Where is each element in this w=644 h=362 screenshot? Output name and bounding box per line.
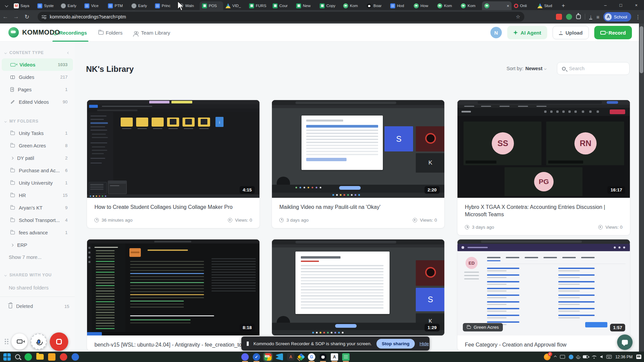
microphone-toggle-button[interactable]: [31, 333, 47, 350]
upload-button[interactable]: ↑ Upload: [553, 26, 589, 39]
back-button[interactable]: ←: [0, 13, 11, 20]
browser-tab[interactable]: ×: [482, 1, 512, 10]
close-button[interactable]: ×: [629, 0, 644, 10]
sort-dropdown[interactable]: Sort by: Newest: [507, 66, 546, 71]
taskbar-icon[interactable]: A: [331, 353, 338, 361]
page-scrollbar[interactable]: [639, 24, 644, 352]
sidebar-item-guides[interactable]: Guides 217: [2, 71, 73, 83]
sidebar-folder-item[interactable]: ERP: [2, 239, 73, 251]
camera-toggle-button[interactable]: [11, 333, 28, 350]
shared-heading[interactable]: SHARED WITH YOU: [0, 269, 75, 281]
taskbar-icon[interactable]: [3, 353, 11, 361]
scrollbar-thumb[interactable]: [640, 26, 643, 73]
browser-tab[interactable]: Boar ×: [364, 1, 388, 10]
my-folders-heading[interactable]: MY FOLDERS: [0, 116, 75, 127]
minimize-button[interactable]: –: [598, 0, 613, 10]
taskbar-icon[interactable]: [36, 354, 44, 360]
taskbar-icon[interactable]: [72, 353, 79, 361]
browser-tab[interactable]: Kom ×: [341, 1, 364, 10]
sidebar-item-pages[interactable]: Pages 1: [2, 83, 73, 96]
browser-tab[interactable]: Hod ×: [388, 1, 411, 10]
video-title[interactable]: How to Create Student Collages Using Col…: [87, 198, 259, 213]
taskbar-icon[interactable]: A: [287, 353, 294, 361]
sidebar-folder-item[interactable]: Purchase and Ac... 6: [2, 164, 73, 177]
volume-icon[interactable]: [600, 355, 603, 358]
content-type-heading[interactable]: CONTENT TYPE: [0, 47, 75, 58]
browser-tab[interactable]: Early ×: [129, 1, 153, 10]
browser-tab[interactable]: Saya ×: [11, 1, 35, 10]
browser-tab[interactable]: Stud ×: [535, 1, 559, 10]
screen-cast-icon[interactable]: [560, 355, 565, 359]
sidebar-item-deleted[interactable]: Deleted 15: [0, 300, 75, 313]
downloads-icon[interactable]: ↓: [589, 14, 593, 19]
thumbnail-image[interactable]: ↓ 4:15: [87, 100, 259, 198]
thumbnail-image[interactable]: 8:18: [87, 239, 259, 335]
video-card[interactable]: S K 1:29: [272, 239, 445, 336]
sidebar-folder-item[interactable]: Unity Tasks 1: [2, 127, 73, 139]
sidebar-folder-item[interactable]: Aryan's KT 9: [2, 201, 73, 214]
extensions-puzzle-icon[interactable]: [576, 14, 581, 19]
wifi-icon[interactable]: [592, 356, 597, 358]
nav-team-library[interactable]: Team Library: [134, 24, 170, 42]
video-title[interactable]: Maikling Video na may Paulit-ulit na 'Ok…: [272, 198, 444, 213]
reload-button[interactable]: ↻: [22, 13, 32, 20]
chat-widget-button[interactable]: [617, 334, 633, 350]
notification-center-icon[interactable]: [636, 355, 641, 359]
sidebar-folder-item[interactable]: Unity University 1: [2, 177, 73, 189]
brand[interactable]: KOMMODO: [8, 27, 60, 38]
battery-icon[interactable]: [583, 355, 588, 358]
video-title[interactable]: Hybro X TGAA X Contetra: Accounting Entr…: [457, 198, 630, 220]
browser-tab[interactable]: Princ ×: [153, 1, 176, 10]
bookmark-star-icon[interactable]: ☆: [516, 14, 520, 20]
browser-tab[interactable]: Cour ×: [270, 1, 294, 10]
keyboard-icon[interactable]: [606, 355, 612, 359]
taskbar-icon[interactable]: [276, 353, 283, 361]
maximize-button[interactable]: □: [613, 0, 629, 10]
taskbar-icon[interactable]: [264, 353, 272, 361]
browser-tab[interactable]: Kom ×: [435, 1, 458, 10]
browser-tab[interactable]: Kom ×: [458, 1, 482, 10]
taskbar-icon[interactable]: [60, 353, 67, 361]
browser-tab[interactable]: POS ×: [200, 1, 223, 10]
browser-tab[interactable]: Waln ×: [176, 1, 200, 10]
browser-tab[interactable]: How ×: [411, 1, 435, 10]
browser-tab[interactable]: Copy ×: [317, 1, 341, 10]
taskbar-icon[interactable]: [297, 353, 305, 361]
video-title[interactable]: bench-v15 [WSL: ubuntu-24.04] - Antigrav…: [87, 335, 259, 351]
sidebar-folder-item[interactable]: Green Acres 8: [2, 139, 73, 152]
video-card[interactable]: 8:18 bench-v15 [WSL: ubuntu-24.04] - Ant…: [87, 239, 260, 351]
taskbar-icon[interactable]: [15, 354, 20, 359]
thumbnail-image[interactable]: SS RN PG 16:17: [457, 100, 630, 198]
taskbar-icon[interactable]: [25, 353, 32, 361]
thumbnail-image[interactable]: S K 2:20: [272, 100, 444, 198]
thumbnail-image[interactable]: ED Green Acres 1:57: [457, 239, 630, 335]
sidebar-folder-item[interactable]: School Transport... 4: [2, 214, 73, 226]
sidebar-folder-item[interactable]: HR 15: [2, 189, 73, 201]
nav-folders[interactable]: Folders: [98, 24, 123, 42]
thumbnail-image[interactable]: S K 1:29: [272, 239, 444, 335]
browser-tab[interactable]: VID_ ×: [223, 1, 247, 10]
browser-tab[interactable]: PTM ×: [106, 1, 129, 10]
user-avatar[interactable]: N: [490, 27, 502, 38]
sidebar-folder-item[interactable]: fees advance 1: [2, 226, 73, 239]
stop-sharing-button[interactable]: Stop sharing: [376, 339, 415, 349]
forward-button[interactable]: →: [11, 13, 22, 20]
nav-recordings[interactable]: Recordings: [54, 24, 87, 42]
collapse-sidebar-icon[interactable]: [67, 51, 70, 54]
extension-icon-red[interactable]: [556, 14, 562, 20]
taskbar-icon[interactable]: [48, 353, 55, 361]
browser-menu-icon[interactable]: ⋮: [635, 14, 641, 20]
url-text[interactable]: kommodo.ai/recordings?search=ptm: [50, 14, 513, 19]
ai-agent-button[interactable]: AI Agent: [507, 26, 547, 39]
video-card[interactable]: ↓ 4:15 How to Create Student Collages Us…: [87, 100, 260, 228]
tab-close-icon[interactable]: ×: [507, 3, 509, 8]
address-bar[interactable]: kommodo.ai/recordings?search=ptm ☆: [38, 12, 524, 22]
tray-app-badge[interactable]: [544, 354, 551, 360]
clock-time[interactable]: 12:36 PM: [615, 355, 633, 359]
browser-tab[interactable]: New ×: [294, 1, 317, 10]
taskbar-icon[interactable]: [342, 353, 350, 361]
extension-icon-green[interactable]: [566, 14, 572, 20]
new-tab-button[interactable]: +: [559, 1, 568, 10]
video-title[interactable]: Fee Category - Creation and Approval flo…: [457, 335, 630, 351]
stop-recording-button[interactable]: [50, 332, 68, 351]
